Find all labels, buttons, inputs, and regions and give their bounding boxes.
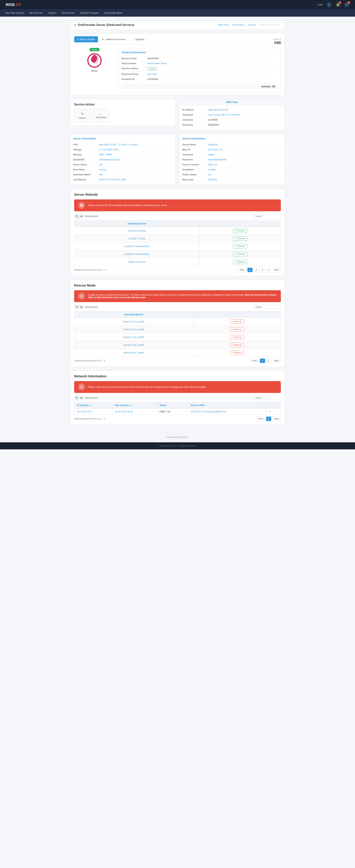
network-show-record: 51025 Show Record: [74, 396, 98, 400]
server-image-block: Online demo: [74, 48, 115, 92]
nav-knowledge-base[interactable]: Knowledge Base: [104, 9, 122, 17]
rescue-button-3[interactable]: ↻ Rescue: [230, 343, 244, 347]
rebuild-show-record-select[interactable]: 51025: [74, 214, 83, 218]
rebuild-page-3[interactable]: 3: [260, 268, 265, 272]
sir-row-switch-status: Switch Status Up: [182, 172, 282, 177]
rescue-page-1[interactable]: 1: [260, 359, 265, 363]
rescue-prev-button[interactable]: Prev: [250, 359, 259, 363]
cart-icon[interactable]: 🛒 0: [344, 2, 350, 7]
tab-server-details-label: Server Details: [80, 38, 95, 41]
reboot-button[interactable]: ↻ Reboot: [74, 109, 91, 122]
rebuild-button-4[interactable]: ↻ Rebuild: [233, 260, 247, 264]
nav-my-account[interactable]: My Account: [62, 9, 74, 17]
tabs-header: ≡ Server Details ✦ Additional Services ↑…: [74, 36, 281, 45]
rebuild-button-3[interactable]: ↻ Rebuild: [233, 252, 247, 256]
general-info-card: General Information Service Group Server…: [119, 48, 281, 92]
sir-label-server-name: Server Name: [182, 143, 208, 146]
sir-label-password: Password: [182, 158, 208, 161]
nav-buy-new-service[interactable]: Buy New Service: [5, 9, 24, 17]
rescue-page-2[interactable]: 2: [266, 359, 271, 363]
info-row-payment-period: Payment Period One Time: [122, 72, 278, 77]
table-row: CentOS 7 64 bits ↻ Rebuild: [74, 235, 281, 243]
rescue-button-4[interactable]: ↻ Rescue: [230, 350, 244, 355]
network-prev-button[interactable]: Prev: [256, 416, 265, 421]
rescue-next-button[interactable]: Next: [272, 359, 281, 363]
rescue-show-record-select[interactable]: 51025: [74, 305, 83, 309]
rescue-table: Operating System freebsd_11.4_amd64 ↻ Re…: [74, 311, 281, 357]
footer-copyright: Copyright © 2022 All Rights Reserved: [0, 442, 355, 450]
tab-server-details-icon: ≡: [77, 38, 79, 41]
rebuild-next-button[interactable]: Next: [272, 268, 281, 272]
rebuild-showing-records: Showing records from 16 to 1 - 5: [74, 269, 106, 271]
logo-wise-text: WISE: [5, 3, 15, 7]
network-edit-icon[interactable]: ✏: [269, 410, 271, 413]
table-row: CentOS 9 Stream 64 bits ↻ Rebuild: [74, 250, 281, 258]
top-navigation: WISECP USD 👤 🔔 1 🛒 0: [0, 0, 355, 9]
rebuild-button-2[interactable]: ↻ Rebuild: [233, 244, 247, 248]
table-row: 62.210.81.172 0c:c4:7a:0e:db:3a Public /…: [74, 409, 281, 415]
rebuild-alert-icon: [78, 202, 85, 209]
info-value-services-status: Active: [148, 67, 278, 70]
amount-row: Amount : $0: [122, 84, 278, 89]
rebuild-page-4[interactable]: 4: [266, 268, 271, 272]
cart-badge: 0: [348, 1, 350, 4]
table-row: ubuntu-14.04_amd64 ↻ Rescue: [74, 341, 281, 349]
rebuild-search-input[interactable]: [253, 214, 281, 218]
reboot-label: Reboot: [79, 117, 86, 119]
rebuild-page-2[interactable]: 2: [254, 268, 259, 272]
rebuild-button-1[interactable]: ↻ Rebuild: [233, 237, 247, 241]
sir-row-installation: Installation installed: [182, 167, 282, 172]
ipmi-label-password: Password: [182, 124, 208, 126]
network-show-record-select[interactable]: 51025: [74, 396, 83, 400]
breadcrumb-my-services[interactable]: My Services: [232, 24, 244, 26]
rebuild-table-action-header: [200, 220, 281, 227]
nav-my-services[interactable]: My Services: [29, 9, 42, 17]
rebuild-table-os-header: Operating System: [74, 220, 200, 227]
breadcrumb-servers[interactable]: Servers: [248, 24, 256, 26]
user-icon[interactable]: 👤: [326, 2, 332, 7]
rebuild-table-controls: 51025 Show Record: [74, 214, 281, 218]
rescue-button-2[interactable]: ↻ Rescue: [230, 335, 244, 339]
sir-value-server-name: Debian10: [208, 143, 282, 146]
tab-upgrade-label: Upgrade: [135, 38, 144, 41]
rebuild-button-0[interactable]: ↻ Rebuild: [233, 229, 247, 233]
ipmi-row-expiration: Expiration Tue, 13 Dec 2022 22:47:08 GMT: [182, 113, 282, 118]
rescue-search-input[interactable]: [253, 305, 281, 309]
info-value-service-group: Server/VPS: [148, 57, 278, 60]
ipmi-row-username: Username sd-78493: [182, 118, 282, 122]
network-page-1[interactable]: 1: [266, 416, 271, 421]
network-next-button[interactable]: Next: [272, 416, 281, 421]
rescue-button-0[interactable]: ↻ Rescue: [230, 319, 244, 324]
tab-additional-services[interactable]: ✦ Additional Services: [99, 36, 129, 42]
rescue-show-record: 51025 Show Record: [74, 305, 98, 309]
nav-reseller-program[interactable]: Reseller Program: [80, 9, 99, 17]
rescue-button-1[interactable]: ↻ Rescue: [230, 327, 244, 332]
server-logo: [87, 53, 102, 68]
nav-support[interactable]: Support: [48, 9, 57, 17]
tabs-list: ≡ Server Details ✦ Additional Services ↑…: [74, 36, 273, 44]
sir-value-username: debian: [208, 153, 282, 156]
rebuild-page-1[interactable]: 1: [248, 268, 253, 272]
tab-upgrade[interactable]: ↑ Upgrade: [130, 36, 148, 42]
rebuild-os-name: Arch Linux 64 bits: [74, 227, 200, 235]
breadcrumb-client-area[interactable]: Client Area: [218, 24, 229, 26]
rebuild-show-record: 51025 Show Record: [74, 214, 98, 218]
network-search-input[interactable]: [253, 396, 281, 400]
reboot-icon: ↻: [81, 112, 84, 116]
ipmi-value-expiration: Tue, 13 Dec 2022 22:47:08 GMT: [208, 114, 282, 116]
info-label-payment-period: Payment Period: [122, 73, 148, 75]
ipmi-delete-button[interactable]: >_ IPMI Delete: [93, 109, 109, 122]
rebuild-prev-button[interactable]: Prev: [238, 268, 247, 272]
order-id-label: Order ID: [273, 38, 281, 40]
server-status-section: Online demo General Information Service …: [74, 48, 281, 92]
notification-icon[interactable]: 🔔 1: [335, 2, 341, 7]
server-info-left-card: Server Information CPU Intel Atom C2750 …: [70, 134, 176, 185]
si-value-bandwidth: Unmetered @ 1Gbps: [99, 158, 173, 161]
rescue-action-cell: ↻ Rescue: [193, 333, 281, 341]
rescue-table-os-header: Operating System: [74, 311, 194, 318]
logo[interactable]: WISECP: [5, 3, 21, 7]
tab-server-details[interactable]: ≡ Server Details: [74, 36, 98, 42]
currency-selector[interactable]: USD: [318, 3, 323, 6]
network-col-reverse-dns: Reverse DNS: [188, 402, 266, 409]
sir-label-installation: Installation: [182, 168, 208, 171]
